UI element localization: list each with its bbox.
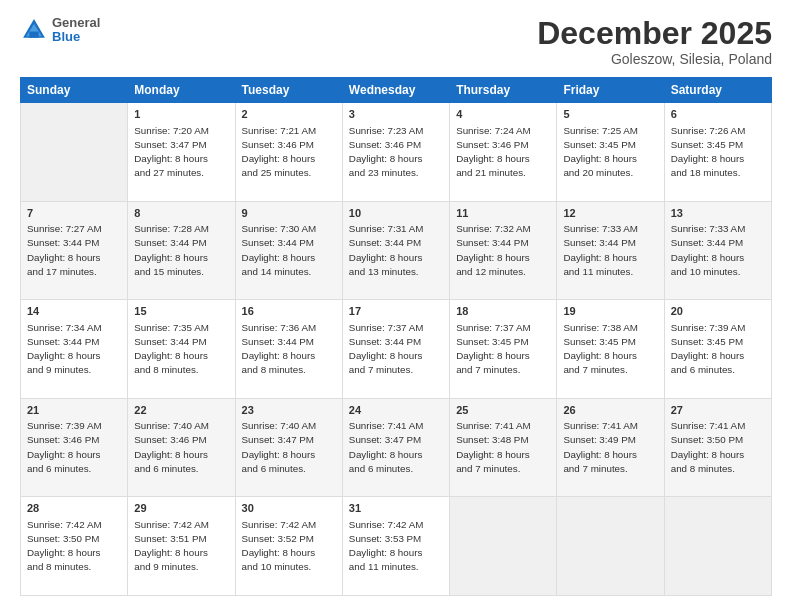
day-number: 18 [456,304,550,319]
day-info: Sunrise: 7:41 AM Sunset: 3:48 PM Dayligh… [456,419,550,476]
day-number: 20 [671,304,765,319]
day-number: 9 [242,206,336,221]
col-sunday: Sunday [21,78,128,103]
day-info: Sunrise: 7:38 AM Sunset: 3:45 PM Dayligh… [563,321,657,378]
col-friday: Friday [557,78,664,103]
calendar-table: Sunday Monday Tuesday Wednesday Thursday… [20,77,772,596]
day-number: 31 [349,501,443,516]
day-number: 23 [242,403,336,418]
day-info: Sunrise: 7:42 AM Sunset: 3:53 PM Dayligh… [349,518,443,575]
day-info: Sunrise: 7:21 AM Sunset: 3:46 PM Dayligh… [242,124,336,181]
day-info: Sunrise: 7:33 AM Sunset: 3:44 PM Dayligh… [563,222,657,279]
calendar-day-cell: 11Sunrise: 7:32 AM Sunset: 3:44 PM Dayli… [450,201,557,300]
day-number: 25 [456,403,550,418]
day-info: Sunrise: 7:32 AM Sunset: 3:44 PM Dayligh… [456,222,550,279]
calendar-day-cell: 25Sunrise: 7:41 AM Sunset: 3:48 PM Dayli… [450,398,557,497]
day-info: Sunrise: 7:24 AM Sunset: 3:46 PM Dayligh… [456,124,550,181]
col-thursday: Thursday [450,78,557,103]
day-number: 19 [563,304,657,319]
calendar-day-cell: 21Sunrise: 7:39 AM Sunset: 3:46 PM Dayli… [21,398,128,497]
day-number: 4 [456,107,550,122]
day-number: 8 [134,206,228,221]
day-info: Sunrise: 7:26 AM Sunset: 3:45 PM Dayligh… [671,124,765,181]
header: General Blue December 2025 Goleszow, Sil… [20,16,772,67]
day-info: Sunrise: 7:39 AM Sunset: 3:45 PM Dayligh… [671,321,765,378]
logo-general-text: General [52,16,100,30]
calendar-day-cell: 31Sunrise: 7:42 AM Sunset: 3:53 PM Dayli… [342,497,449,596]
day-number: 13 [671,206,765,221]
col-monday: Monday [128,78,235,103]
day-info: Sunrise: 7:40 AM Sunset: 3:47 PM Dayligh… [242,419,336,476]
day-info: Sunrise: 7:41 AM Sunset: 3:49 PM Dayligh… [563,419,657,476]
day-info: Sunrise: 7:23 AM Sunset: 3:46 PM Dayligh… [349,124,443,181]
day-info: Sunrise: 7:41 AM Sunset: 3:50 PM Dayligh… [671,419,765,476]
day-number: 27 [671,403,765,418]
col-wednesday: Wednesday [342,78,449,103]
day-number: 29 [134,501,228,516]
calendar-week-row: 28Sunrise: 7:42 AM Sunset: 3:50 PM Dayli… [21,497,772,596]
day-info: Sunrise: 7:27 AM Sunset: 3:44 PM Dayligh… [27,222,121,279]
calendar-day-cell: 3Sunrise: 7:23 AM Sunset: 3:46 PM Daylig… [342,103,449,202]
calendar-day-cell: 18Sunrise: 7:37 AM Sunset: 3:45 PM Dayli… [450,300,557,399]
day-info: Sunrise: 7:37 AM Sunset: 3:45 PM Dayligh… [456,321,550,378]
day-info: Sunrise: 7:39 AM Sunset: 3:46 PM Dayligh… [27,419,121,476]
day-info: Sunrise: 7:37 AM Sunset: 3:44 PM Dayligh… [349,321,443,378]
calendar-day-cell: 29Sunrise: 7:42 AM Sunset: 3:51 PM Dayli… [128,497,235,596]
calendar-day-cell [557,497,664,596]
day-info: Sunrise: 7:42 AM Sunset: 3:51 PM Dayligh… [134,518,228,575]
day-number: 14 [27,304,121,319]
calendar-day-cell: 30Sunrise: 7:42 AM Sunset: 3:52 PM Dayli… [235,497,342,596]
calendar-header-row: Sunday Monday Tuesday Wednesday Thursday… [21,78,772,103]
day-number: 2 [242,107,336,122]
calendar-week-row: 1Sunrise: 7:20 AM Sunset: 3:47 PM Daylig… [21,103,772,202]
logo-text: General Blue [52,16,100,45]
calendar-day-cell: 23Sunrise: 7:40 AM Sunset: 3:47 PM Dayli… [235,398,342,497]
location: Goleszow, Silesia, Poland [537,51,772,67]
logo: General Blue [20,16,100,45]
calendar-day-cell: 15Sunrise: 7:35 AM Sunset: 3:44 PM Dayli… [128,300,235,399]
calendar-day-cell [450,497,557,596]
day-number: 22 [134,403,228,418]
day-number: 1 [134,107,228,122]
calendar-day-cell: 5Sunrise: 7:25 AM Sunset: 3:45 PM Daylig… [557,103,664,202]
calendar-day-cell: 19Sunrise: 7:38 AM Sunset: 3:45 PM Dayli… [557,300,664,399]
day-number: 3 [349,107,443,122]
day-number: 12 [563,206,657,221]
day-info: Sunrise: 7:25 AM Sunset: 3:45 PM Dayligh… [563,124,657,181]
calendar-day-cell: 22Sunrise: 7:40 AM Sunset: 3:46 PM Dayli… [128,398,235,497]
calendar-day-cell: 16Sunrise: 7:36 AM Sunset: 3:44 PM Dayli… [235,300,342,399]
day-number: 16 [242,304,336,319]
calendar-day-cell: 20Sunrise: 7:39 AM Sunset: 3:45 PM Dayli… [664,300,771,399]
day-number: 26 [563,403,657,418]
day-info: Sunrise: 7:35 AM Sunset: 3:44 PM Dayligh… [134,321,228,378]
calendar-day-cell: 1Sunrise: 7:20 AM Sunset: 3:47 PM Daylig… [128,103,235,202]
logo-icon [20,16,48,44]
calendar-day-cell: 28Sunrise: 7:42 AM Sunset: 3:50 PM Dayli… [21,497,128,596]
day-number: 28 [27,501,121,516]
day-info: Sunrise: 7:30 AM Sunset: 3:44 PM Dayligh… [242,222,336,279]
day-number: 10 [349,206,443,221]
day-info: Sunrise: 7:33 AM Sunset: 3:44 PM Dayligh… [671,222,765,279]
calendar-week-row: 7Sunrise: 7:27 AM Sunset: 3:44 PM Daylig… [21,201,772,300]
calendar-day-cell: 26Sunrise: 7:41 AM Sunset: 3:49 PM Dayli… [557,398,664,497]
calendar-day-cell [21,103,128,202]
calendar-day-cell: 2Sunrise: 7:21 AM Sunset: 3:46 PM Daylig… [235,103,342,202]
day-info: Sunrise: 7:42 AM Sunset: 3:50 PM Dayligh… [27,518,121,575]
day-number: 17 [349,304,443,319]
day-info: Sunrise: 7:34 AM Sunset: 3:44 PM Dayligh… [27,321,121,378]
svg-rect-2 [29,32,38,38]
calendar-day-cell: 8Sunrise: 7:28 AM Sunset: 3:44 PM Daylig… [128,201,235,300]
title-block: December 2025 Goleszow, Silesia, Poland [537,16,772,67]
day-info: Sunrise: 7:42 AM Sunset: 3:52 PM Dayligh… [242,518,336,575]
page: General Blue December 2025 Goleszow, Sil… [0,0,792,612]
calendar-day-cell: 12Sunrise: 7:33 AM Sunset: 3:44 PM Dayli… [557,201,664,300]
day-number: 15 [134,304,228,319]
day-info: Sunrise: 7:36 AM Sunset: 3:44 PM Dayligh… [242,321,336,378]
day-number: 24 [349,403,443,418]
logo-blue-text: Blue [52,30,100,44]
col-tuesday: Tuesday [235,78,342,103]
calendar-day-cell: 4Sunrise: 7:24 AM Sunset: 3:46 PM Daylig… [450,103,557,202]
day-number: 6 [671,107,765,122]
col-saturday: Saturday [664,78,771,103]
month-title: December 2025 [537,16,772,51]
